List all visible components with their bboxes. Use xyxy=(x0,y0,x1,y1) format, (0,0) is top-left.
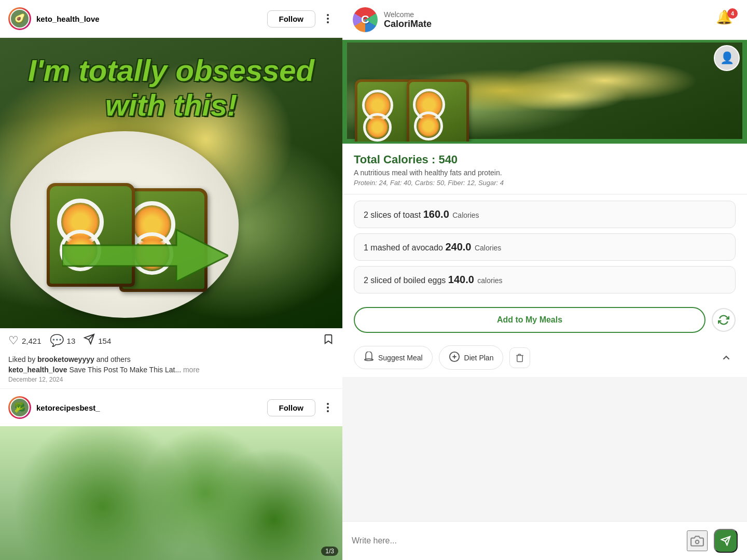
preview-avatar: 👤 xyxy=(714,45,740,71)
post-text-overlay: I'm totally obsessed with this! xyxy=(10,53,332,122)
food-item-avocado-name: 1 mashed of avocado xyxy=(364,243,445,252)
share-icon xyxy=(84,333,95,348)
post-username: keto_health_love xyxy=(36,15,267,23)
post-date: December 12, 2024 xyxy=(8,376,334,383)
app-name: CaloriMate xyxy=(384,19,716,30)
bookmark-icon xyxy=(323,333,334,348)
add-to-meals-button[interactable]: Add to My Meals xyxy=(354,307,706,333)
nutrition-macros: Protein: 24, Fat: 40, Carbs: 50, Fiber: … xyxy=(354,179,736,187)
food-item-avocado-text: 1 mashed of avocado 240.0 Calories xyxy=(364,241,501,253)
more-options-button-2[interactable] xyxy=(322,403,334,412)
follow-button[interactable]: Follow xyxy=(267,10,316,27)
avatar-2[interactable]: 🥦 xyxy=(8,396,31,419)
avatar[interactable]: 🥑 xyxy=(8,7,31,30)
camera-button[interactable] xyxy=(687,530,708,551)
comment-icon: 💬 xyxy=(50,334,64,347)
chat-input[interactable] xyxy=(352,536,681,545)
food-item-eggs-calories: 140.0 xyxy=(448,274,474,285)
green-arrow-icon xyxy=(62,227,228,284)
second-post-header: 🥦 ketorecipesbest_ Follow xyxy=(0,388,342,426)
food-item-toast-cal-label: Calories xyxy=(452,211,479,219)
page-indicator: 1/3 xyxy=(321,547,338,556)
refresh-button[interactable] xyxy=(712,308,736,332)
food-items-list: 2 slices of toast 160.0 Calories 1 mashe… xyxy=(342,194,747,300)
comment-button[interactable]: 💬 13 xyxy=(50,334,76,347)
post-actions: ♡ 2,421 💬 13 154 xyxy=(0,328,342,353)
tray-icon xyxy=(364,352,374,363)
notification-bell[interactable]: 🔔 4 xyxy=(716,9,737,30)
action-buttons: Add to My Meals xyxy=(342,300,747,340)
food-item-avocado-cal-label: Calories xyxy=(475,244,501,252)
notification-count: 4 xyxy=(727,8,738,19)
suggest-meal-label: Suggest Meal xyxy=(378,354,423,362)
left-panel: 🥑 keto_health_love Follow xyxy=(0,0,342,560)
svg-point-2 xyxy=(696,540,699,544)
second-post-preview: 1/3 xyxy=(0,426,342,560)
app-logo: C xyxy=(353,7,378,32)
food-item-toast-calories: 160.0 xyxy=(423,208,449,220)
second-post-username: ketorecipesbest_ xyxy=(36,403,267,412)
avatar-icon: 🥑 xyxy=(14,13,25,24)
food-item-toast-name: 2 slices of toast xyxy=(364,211,423,219)
diet-plan-label: Diet Plan xyxy=(464,354,494,362)
post-caption: Liked by brooketoweyyyy and others keto_… xyxy=(0,353,342,386)
chevron-up-button[interactable] xyxy=(717,348,736,367)
nutrition-description: A nutritious meal with healthy fats and … xyxy=(354,169,736,177)
app-welcome-text: Welcome xyxy=(384,10,716,19)
overlay-text-line1: I'm totally obsessed xyxy=(10,53,332,88)
comment-count: 13 xyxy=(67,337,76,345)
diet-plan-icon xyxy=(449,351,460,364)
food-item-eggs-text: 2 sliced of boiled eggs 140.0 calories xyxy=(364,274,503,286)
share-count: 154 xyxy=(98,337,111,345)
post-image: I'm totally obsessed with this! xyxy=(0,38,342,328)
bookmark-button[interactable] xyxy=(323,333,334,348)
more-options-button[interactable] xyxy=(322,14,334,23)
food-item-toast: 2 slices of toast 160.0 Calories xyxy=(354,201,736,228)
send-button[interactable] xyxy=(714,529,738,553)
app-logo-letter: C xyxy=(361,13,369,26)
nutrition-panel: Total Calories : 540 A nutritious meal w… xyxy=(342,144,747,194)
right-panel: C Welcome CaloriMate 🔔 4 xyxy=(342,0,747,560)
chat-input-area xyxy=(342,521,747,560)
post-header: 🥑 keto_health_love Follow xyxy=(0,0,342,38)
share-button[interactable]: 154 xyxy=(84,333,111,348)
heart-icon: ♡ xyxy=(8,334,19,347)
avatar-2-icon: 🥦 xyxy=(14,402,25,413)
food-item-eggs-cal-label: calories xyxy=(477,276,502,285)
delete-button[interactable] xyxy=(509,347,530,368)
food-item-avocado: 1 mashed of avocado 240.0 Calories xyxy=(354,233,736,261)
diet-plan-button[interactable]: Diet Plan xyxy=(439,345,504,370)
total-calories: Total Calories : 540 xyxy=(354,153,736,166)
like-count: 2,421 xyxy=(22,337,42,345)
more-link[interactable]: more xyxy=(183,366,200,374)
food-item-eggs-name: 2 sliced of boiled eggs xyxy=(364,276,448,285)
secondary-actions: Suggest Meal Diet Plan xyxy=(342,340,747,377)
caption-text: keto_health_love Save This Post To Make … xyxy=(8,366,334,374)
like-button[interactable]: ♡ 2,421 xyxy=(8,334,42,347)
food-preview: 👤 xyxy=(342,40,747,144)
app-title-group: Welcome CaloriMate xyxy=(384,10,716,30)
food-item-avocado-calories: 240.0 xyxy=(445,241,471,253)
food-item-toast-text: 2 slices of toast 160.0 Calories xyxy=(364,208,479,220)
overlay-text-line2: with this! xyxy=(10,88,332,123)
follow-button-2[interactable]: Follow xyxy=(267,399,316,416)
suggest-meal-button[interactable]: Suggest Meal xyxy=(354,346,433,369)
food-item-eggs: 2 sliced of boiled eggs 140.0 calories xyxy=(354,266,736,293)
app-header: C Welcome CaloriMate 🔔 4 xyxy=(342,0,747,40)
liked-by: Liked by brooketoweyyyy and others xyxy=(8,355,334,363)
